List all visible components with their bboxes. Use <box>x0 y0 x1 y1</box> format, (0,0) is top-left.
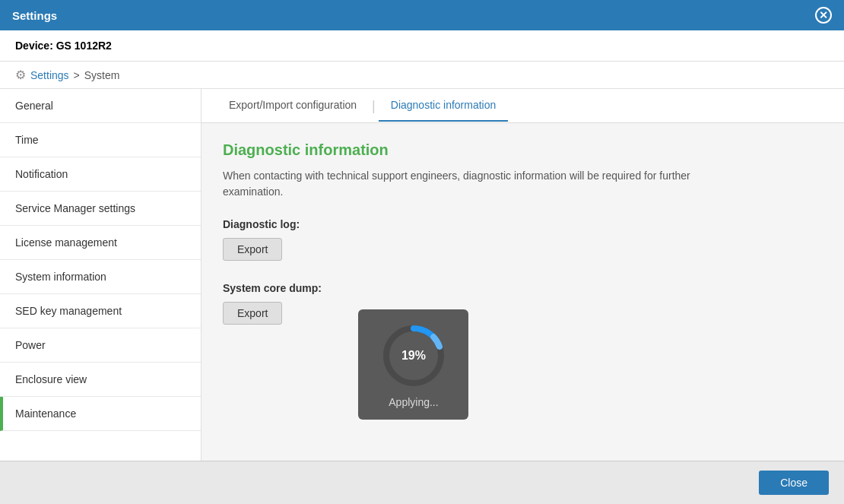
sidebar-item-power[interactable]: Power <box>0 328 201 363</box>
breadcrumb-separator: > <box>74 69 80 81</box>
breadcrumb-current: System <box>84 69 120 81</box>
sidebar-label-license: License management <box>15 236 117 249</box>
sidebar-label-sed-key: SED key management <box>15 305 122 317</box>
system-core-dump-label: System core dump: <box>223 282 823 294</box>
section-description: When contacting with technical support e… <box>223 168 740 200</box>
tab-export-import[interactable]: Export/Import configuration <box>217 90 369 122</box>
sidebar: General Time Notification Service Manage… <box>0 89 201 461</box>
main-content: Export/Import configuration | Diagnostic… <box>201 89 844 461</box>
gear-icon: ⚙ <box>15 68 26 82</box>
system-core-dump-group: System core dump: Export <box>223 282 823 420</box>
bottom-bar: Close <box>0 461 844 504</box>
sidebar-item-system-info[interactable]: System information <box>0 260 201 294</box>
window-title: Settings <box>12 9 57 22</box>
settings-window: Settings ✕ Device: GS 1012R2 ⚙ Settings … <box>0 0 844 504</box>
tabs-bar: Export/Import configuration | Diagnostic… <box>201 89 844 123</box>
sidebar-item-time[interactable]: Time <box>0 123 201 157</box>
sidebar-item-service-manager[interactable]: Service Manager settings <box>0 192 201 226</box>
sidebar-label-power: Power <box>15 339 46 351</box>
sidebar-item-sed-key[interactable]: SED key management <box>0 294 201 328</box>
diagnostic-log-label: Diagnostic log: <box>223 218 823 230</box>
sidebar-item-notification[interactable]: Notification <box>0 157 201 192</box>
progress-ring: 19% <box>379 322 448 390</box>
sidebar-item-maintenance[interactable]: Maintenance <box>0 397 201 431</box>
page-title: Diagnostic information <box>223 141 823 159</box>
diagnostic-log-group: Diagnostic log: Export <box>223 218 823 261</box>
breadcrumb-bar: ⚙ Settings > System <box>0 62 844 89</box>
window-close-button[interactable]: ✕ <box>815 7 832 24</box>
close-bottom-button[interactable]: Close <box>759 471 829 495</box>
progress-box: 19% Applying... <box>358 309 468 420</box>
device-label: Device: GS 1012R2 <box>15 40 112 52</box>
sidebar-item-general[interactable]: General <box>0 89 201 123</box>
system-core-dump-export-button[interactable]: Export <box>223 302 282 325</box>
tab-diagnostic[interactable]: Diagnostic information <box>379 90 509 122</box>
sidebar-label-time: Time <box>15 134 39 146</box>
sidebar-label-system-info: System information <box>15 271 106 283</box>
sidebar-label-notification: Notification <box>15 168 68 180</box>
sidebar-item-license[interactable]: License management <box>0 226 201 260</box>
title-bar: Settings ✕ <box>0 0 844 30</box>
applying-status: Applying... <box>389 396 438 408</box>
sidebar-label-maintenance: Maintenance <box>15 407 76 420</box>
content-area: General Time Notification Service Manage… <box>0 89 844 461</box>
sidebar-item-enclosure[interactable]: Enclosure view <box>0 363 201 397</box>
main-scroll-area: Diagnostic information When contacting w… <box>201 123 844 461</box>
coredump-row: Export <box>223 302 823 420</box>
sidebar-label-enclosure: Enclosure view <box>15 373 87 385</box>
diagnostic-log-export-button[interactable]: Export <box>223 238 282 261</box>
sidebar-label-service-manager: Service Manager settings <box>15 202 135 214</box>
sidebar-label-general: General <box>15 100 53 112</box>
breadcrumb-settings-link[interactable]: Settings <box>30 69 69 81</box>
tab-divider: | <box>369 89 379 122</box>
device-bar: Device: GS 1012R2 <box>0 30 844 62</box>
progress-percent: 19% <box>401 349 426 363</box>
